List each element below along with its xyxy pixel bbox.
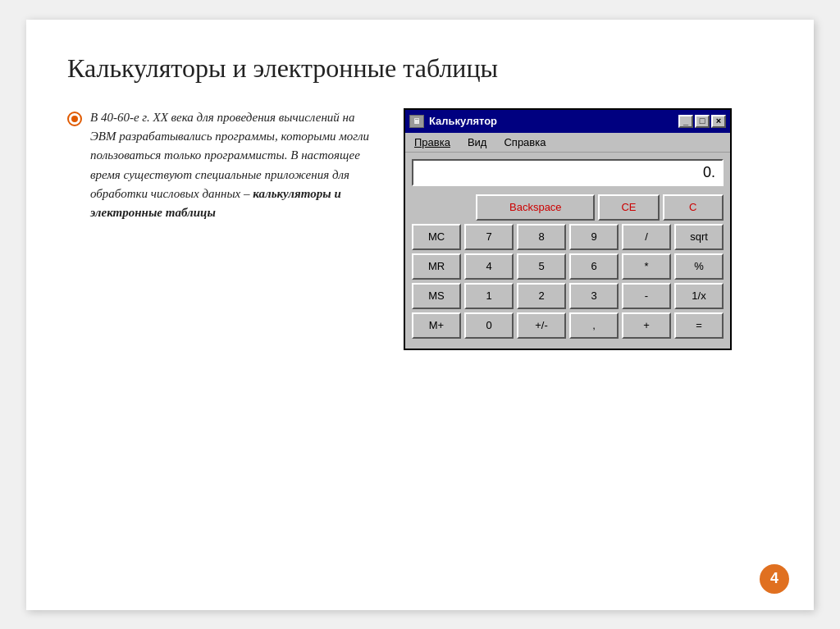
calc-btn-sqrt[interactable]: sqrt <box>674 224 724 250</box>
page-number: 4 <box>760 564 789 594</box>
calc-btn-3[interactable]: 3 <box>569 283 619 309</box>
bullet-icon <box>67 112 82 126</box>
close-button[interactable]: × <box>711 115 726 128</box>
calc-btn-add[interactable]: + <box>622 312 671 339</box>
calc-buttons: Backspace CE C MC 7 8 9 / sqrt MR 4 <box>405 189 730 349</box>
calc-btn-decimal[interactable]: , <box>569 312 619 339</box>
calc-btn-6[interactable]: 6 <box>569 253 619 280</box>
calc-btn-8[interactable]: 8 <box>517 224 566 250</box>
calc-btn-multiply[interactable]: * <box>622 253 671 280</box>
bullet-text: В 40-60-е г. XX века для проведения вычи… <box>90 108 379 223</box>
calc-btn-2[interactable]: 2 <box>517 283 566 309</box>
bullet-item: В 40-60-е г. XX века для проведения вычи… <box>67 108 379 223</box>
text-column: В 40-60-е г. XX века для проведения вычи… <box>67 108 379 223</box>
menu-item-spravka[interactable]: Справка <box>501 135 548 149</box>
minimize-button[interactable]: _ <box>678 115 693 128</box>
calc-btn-divide[interactable]: / <box>622 224 671 250</box>
calc-btn-9[interactable]: 9 <box>569 224 619 250</box>
calc-btn-mplus[interactable]: M+ <box>412 312 461 339</box>
calc-row-4: MS 1 2 3 - 1/x <box>412 283 724 309</box>
calc-btn-ms[interactable]: MS <box>412 283 461 309</box>
menu-item-vid[interactable]: Вид <box>465 135 490 149</box>
calc-btn-7[interactable]: 7 <box>464 224 514 250</box>
calc-titlebar: 🖩 Калькулятор _ □ × <box>405 110 730 133</box>
calc-btn-mr[interactable]: MR <box>412 253 461 280</box>
calc-btn-0[interactable]: 0 <box>464 312 514 339</box>
content-area: В 40-60-е г. XX века для проведения вычи… <box>67 108 773 350</box>
calc-btn-4[interactable]: 4 <box>464 253 514 280</box>
calc-btn-reciprocal[interactable]: 1/x <box>674 283 724 309</box>
calc-row-1: Backspace CE C <box>412 194 724 221</box>
calc-menubar: Правка Вид Справка <box>405 133 730 153</box>
calc-row-5: M+ 0 +/- , + = <box>412 312 724 339</box>
calc-titlebar-icon: 🖩 <box>409 115 424 128</box>
calc-row-2: MC 7 8 9 / sqrt <box>412 224 724 250</box>
slide-title: Калькуляторы и электронные таблицы <box>67 52 773 84</box>
calc-btn-percent[interactable]: % <box>674 253 724 280</box>
calc-display: 0. <box>412 159 724 186</box>
calc-btn-backspace[interactable]: Backspace <box>476 194 595 221</box>
calc-display-area: 0. <box>405 153 730 189</box>
calc-btn-1[interactable]: 1 <box>464 283 514 309</box>
calc-btn-ce[interactable]: CE <box>598 194 659 221</box>
menu-item-pravka[interactable]: Правка <box>412 135 453 149</box>
calc-btn-negate[interactable]: +/- <box>517 312 566 339</box>
calc-btn-c[interactable]: C <box>663 194 724 221</box>
calc-btn-5[interactable]: 5 <box>517 253 566 280</box>
calc-btn-mc[interactable]: MC <box>412 224 461 250</box>
calc-btn-subtract[interactable]: - <box>622 283 671 309</box>
calc-titlebar-title: Калькулятор <box>429 115 673 127</box>
calc-btn-equals[interactable]: = <box>674 312 724 339</box>
slide: Калькуляторы и электронные таблицы В 40-… <box>26 20 814 610</box>
calculator-window: 🖩 Калькулятор _ □ × Правка Вид Справка 0… <box>404 108 732 350</box>
calc-titlebar-buttons: _ □ × <box>678 115 726 128</box>
maximize-button[interactable]: □ <box>695 115 710 128</box>
calc-row-3: MR 4 5 6 * % <box>412 253 724 280</box>
